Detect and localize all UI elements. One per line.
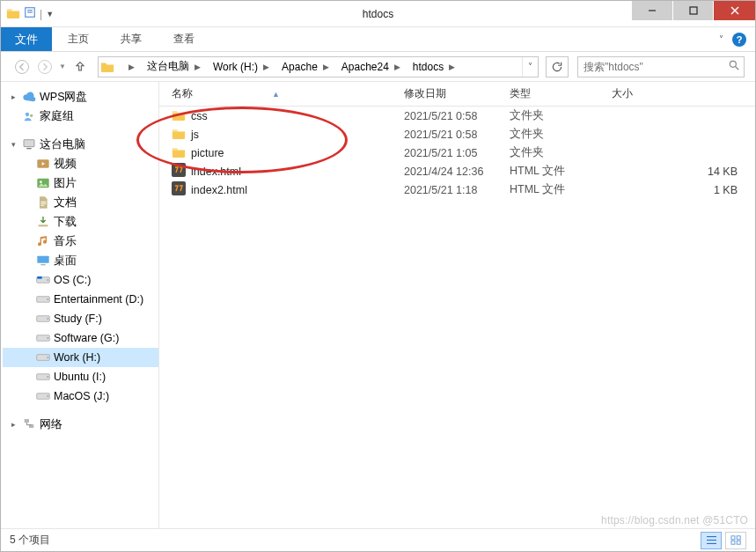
crumb-this-pc[interactable]: 这台电脑▶ [140, 57, 206, 77]
svg-rect-19 [37, 256, 48, 263]
tree-item-label: 音乐 [54, 234, 77, 249]
drive-icon [36, 370, 50, 384]
ribbon-tab-home[interactable]: 主页 [52, 27, 105, 51]
file-row[interactable]: index2.html2021/5/21 1:18HTML 文件1 KB [159, 180, 755, 199]
file-type: 文件夹 [510, 127, 612, 142]
qat-properties-icon[interactable] [24, 6, 36, 21]
picture-icon [36, 176, 50, 190]
breadcrumb-bar[interactable]: ▶ 这台电脑▶ Work (H:)▶ Apache▶ Apache24▶ htd… [98, 56, 539, 77]
view-details-button[interactable] [701, 532, 722, 549]
search-input[interactable] [582, 60, 728, 74]
tree-item[interactable]: ▾这台电脑 [3, 135, 158, 154]
tree-item[interactable]: 家庭组 [3, 107, 158, 126]
breadcrumb-folder-icon [99, 61, 116, 72]
file-size: 14 KB [612, 166, 755, 178]
col-name[interactable]: 名称 ▲ [172, 86, 404, 101]
tree-item[interactable]: Ubuntu (I:) [3, 367, 158, 386]
crumb-root-caret[interactable]: ▶ [116, 57, 140, 77]
ribbon-file[interactable]: 文件 [1, 27, 52, 51]
svg-rect-45 [731, 541, 735, 544]
tree-item[interactable]: OS (C:) [3, 270, 158, 290]
nav-forward-button[interactable] [34, 56, 55, 77]
title-bar: | ▼ htdocs [1, 1, 755, 27]
svg-rect-36 [25, 419, 29, 423]
col-date[interactable]: 修改日期 [404, 86, 510, 101]
svg-rect-4 [690, 7, 697, 14]
quick-access-toolbar: | ▼ [1, 6, 54, 21]
tree-item[interactable]: 图片 [3, 173, 158, 193]
ribbon-tab-share[interactable]: 共享 [105, 27, 158, 51]
tree-item[interactable]: 桌面 [3, 251, 158, 270]
qat-dropdown-icon[interactable]: ▼ [46, 10, 54, 18]
close-button[interactable] [713, 1, 755, 20]
file-row[interactable]: js2021/5/21 0:58文件夹 [159, 125, 755, 144]
file-list-pane: 名称 ▲ 修改日期 类型 大小 css2021/5/21 0:58文件夹js20… [159, 82, 755, 528]
search-icon[interactable] [728, 59, 740, 74]
file-size: 1 KB [612, 184, 755, 196]
tree-expand-icon[interactable]: ▸ [8, 92, 18, 101]
tree-item-label: 家庭组 [40, 109, 74, 124]
file-row[interactable]: css2021/5/21 0:58文件夹 [159, 107, 755, 125]
view-icons-button[interactable] [725, 532, 746, 549]
file-type: 文件夹 [510, 108, 612, 123]
crumb-apache[interactable]: Apache▶ [275, 57, 334, 77]
tree-item[interactable]: 文档 [3, 193, 158, 212]
navigation-tree[interactable]: ▸WPS网盘家庭组▾这台电脑视频图片文档下载音乐桌面OS (C:)Enterta… [1, 82, 159, 528]
svg-rect-18 [39, 224, 48, 226]
tree-item[interactable]: MacOS (J:) [3, 386, 158, 406]
svg-point-12 [30, 114, 33, 117]
tree-item[interactable]: 下载 [3, 212, 158, 232]
tree-item[interactable]: Study (F:) [3, 309, 158, 328]
doc-icon [36, 195, 50, 210]
nav-history-dropdown[interactable]: ▼ [57, 56, 68, 77]
crumb-work-h[interactable]: Work (H:)▶ [206, 57, 275, 77]
refresh-button[interactable] [546, 56, 569, 77]
svg-point-33 [47, 376, 48, 378]
crumb-dropdown[interactable]: ˅ [522, 57, 538, 77]
crumb-apache24[interactable]: Apache24▶ [334, 57, 406, 77]
ribbon-collapse-icon[interactable]: ˅ [719, 34, 723, 44]
tree-expand-icon[interactable]: ▸ [8, 420, 18, 429]
minimize-button[interactable] [632, 1, 672, 20]
svg-point-29 [47, 337, 48, 339]
tree-item-label: Study (F:) [54, 313, 102, 325]
tree-item-label: MacOS (J:) [54, 390, 109, 402]
file-date: 2021/5/21 1:18 [404, 184, 510, 196]
maximize-button[interactable] [672, 1, 713, 20]
tree-item[interactable]: Software (G:) [3, 328, 158, 348]
status-item-count: 5 个项目 [10, 533, 50, 548]
svg-rect-39 [172, 181, 186, 195]
col-type[interactable]: 类型 [510, 86, 612, 101]
tree-item[interactable]: ▸WPS网盘 [3, 87, 158, 107]
tree-item[interactable]: Entertainment (D:) [3, 290, 158, 309]
column-headers[interactable]: 名称 ▲ 修改日期 类型 大小 [159, 82, 755, 107]
file-row[interactable]: index.html2021/4/24 12:36HTML 文件14 KB [159, 162, 755, 180]
tree-expand-icon[interactable]: ▾ [8, 140, 18, 149]
svg-line-10 [736, 67, 739, 70]
ribbon-tabs: 文件 主页 共享 查看 ˅ ? [1, 27, 755, 52]
folder-icon [172, 146, 186, 160]
cloud-icon [22, 90, 36, 104]
svg-rect-44 [737, 536, 740, 540]
help-icon[interactable]: ? [732, 33, 746, 47]
qat-separator: | [40, 8, 42, 20]
drive-icon [36, 389, 50, 403]
file-row[interactable]: picture2021/5/21 1:05文件夹 [159, 144, 755, 162]
tree-item[interactable]: 视频 [3, 154, 158, 173]
svg-point-23 [47, 279, 48, 281]
nav-up-button[interactable] [70, 56, 91, 77]
tree-item[interactable]: 音乐 [3, 232, 158, 251]
file-type: HTML 文件 [510, 164, 612, 179]
crumb-htdocs[interactable]: htdocs▶ [406, 57, 460, 77]
desktop-icon [36, 254, 50, 268]
search-box[interactable] [577, 56, 745, 77]
tree-item[interactable]: ▸网络 [3, 415, 158, 434]
status-bar: 5 个项目 [1, 528, 755, 551]
nav-back-button[interactable] [11, 56, 33, 77]
svg-point-27 [47, 318, 48, 320]
svg-point-8 [39, 60, 52, 73]
col-size[interactable]: 大小 [612, 86, 755, 101]
ribbon-tab-view[interactable]: 查看 [158, 27, 210, 51]
file-name: js [191, 129, 199, 141]
tree-item[interactable]: Work (H:) [3, 348, 158, 367]
